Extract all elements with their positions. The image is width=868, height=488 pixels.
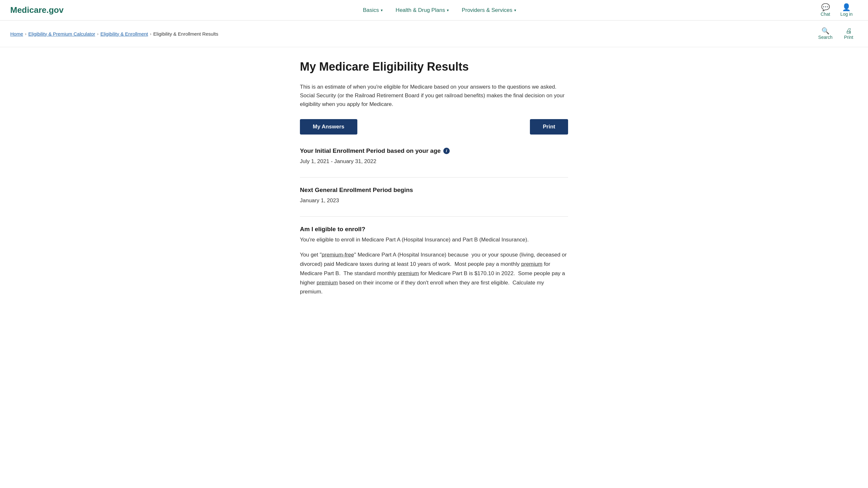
logo-dotgov: .gov <box>46 5 63 15</box>
main-content: My Medicare Eligibility Results This is … <box>290 47 578 321</box>
my-answers-button[interactable]: My Answers <box>300 119 357 135</box>
eligibility-paragraph-1: You're eligible to enroll in Medicare Pa… <box>300 235 568 245</box>
nav-health-drug-plans[interactable]: Health & Drug Plans ▾ <box>389 0 455 21</box>
print-icon: 🖨 <box>845 28 852 34</box>
breadcrumb-separator-1: › <box>25 31 26 36</box>
site-logo[interactable]: Medicare.gov <box>10 5 63 15</box>
eligibility-title-text: Am I eligible to enroll? <box>300 226 365 233</box>
search-button[interactable]: 🔍 Search <box>814 26 837 42</box>
breadcrumb: Home › Eligibility & Premium Calculator … <box>10 31 218 37</box>
nav-basics[interactable]: Basics ▾ <box>356 0 389 21</box>
chat-button[interactable]: 💬 Chat <box>815 0 835 21</box>
eligibility-section: Am I eligible to enroll? You're eligible… <box>300 226 568 297</box>
premium-link-3[interactable]: premium <box>317 280 338 286</box>
breadcrumb-eligibility-enrollment[interactable]: Eligibility & Enrollment <box>100 31 148 37</box>
info-icon[interactable]: i <box>443 148 450 154</box>
intro-text: This is an estimate of when you're eligi… <box>300 83 568 109</box>
top-utilities: 🔍 Search 🖨 Print <box>814 26 858 42</box>
main-nav: Basics ▾ Health & Drug Plans ▾ Providers… <box>356 0 523 21</box>
site-header: Medicare.gov Basics ▾ Health & Drug Plan… <box>0 0 868 21</box>
action-buttons: My Answers Print <box>300 119 568 135</box>
eligibility-paragraph-2: You get "premium-free" Medicare Part A (… <box>300 251 568 297</box>
initial-enrollment-title: Your Initial Enrollment Period based on … <box>300 147 568 154</box>
divider-2 <box>300 217 568 217</box>
eligibility-title: Am I eligible to enroll? <box>300 226 568 233</box>
initial-enrollment-section: Your Initial Enrollment Period based on … <box>300 147 568 166</box>
nav-providers-services-label: Providers & Services <box>462 7 512 13</box>
print-utility-label: Print <box>844 35 853 40</box>
print-utility-button[interactable]: 🖨 Print <box>839 26 858 42</box>
breadcrumb-eligibility-premium-calculator[interactable]: Eligibility & Premium Calculator <box>28 31 95 37</box>
nav-health-drug-plans-label: Health & Drug Plans <box>396 7 445 13</box>
chevron-down-icon: ▾ <box>381 8 383 12</box>
header-actions: 💬 Chat 👤 Log in <box>815 0 858 21</box>
divider-1 <box>300 177 568 177</box>
page-title: My Medicare Eligibility Results <box>300 60 568 74</box>
chat-icon: 💬 <box>821 4 830 11</box>
general-enrollment-value: January 1, 2023 <box>300 196 568 205</box>
login-button[interactable]: 👤 Log in <box>835 0 858 21</box>
print-button[interactable]: Print <box>530 119 568 135</box>
breadcrumb-separator-3: › <box>150 31 151 36</box>
nav-providers-services[interactable]: Providers & Services ▾ <box>455 0 523 21</box>
search-label: Search <box>818 35 832 40</box>
chat-label: Chat <box>820 11 830 17</box>
breadcrumb-home[interactable]: Home <box>10 31 23 37</box>
general-enrollment-title: Next General Enrollment Period begins <box>300 186 568 194</box>
premium-free-link[interactable]: premium-free <box>322 252 354 258</box>
general-enrollment-section: Next General Enrollment Period begins Ja… <box>300 186 568 205</box>
login-icon: 👤 <box>842 4 851 11</box>
premium-link-1[interactable]: premium <box>521 261 542 267</box>
nav-basics-label: Basics <box>363 7 379 13</box>
logo-medicare: Medicare <box>10 5 46 15</box>
general-enrollment-title-text: Next General Enrollment Period begins <box>300 186 413 194</box>
premium-link-2[interactable]: premium <box>398 270 419 277</box>
initial-enrollment-value: July 1, 2021 - January 31, 2022 <box>300 157 568 166</box>
breadcrumb-current: Eligibility & Enrollment Results <box>153 31 218 37</box>
chevron-down-icon: ▾ <box>447 8 449 12</box>
initial-enrollment-title-text: Your Initial Enrollment Period based on … <box>300 147 441 154</box>
breadcrumb-separator-2: › <box>97 31 98 36</box>
chevron-down-icon: ▾ <box>514 8 516 12</box>
top-bar: Home › Eligibility & Premium Calculator … <box>0 21 868 47</box>
search-icon: 🔍 <box>822 28 830 34</box>
login-label: Log in <box>840 11 852 17</box>
